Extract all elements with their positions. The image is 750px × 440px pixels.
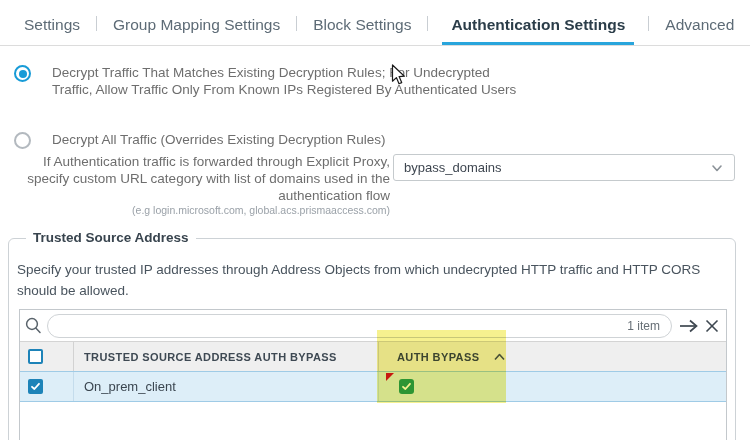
trusted-source-address-group: Trusted Source Address Specify your trus…	[8, 238, 736, 440]
clear-filter-close-icon[interactable]	[703, 317, 721, 335]
column-header-label: AUTH BYPASS	[397, 351, 479, 363]
column-header-label: TRUSTED SOURCE ADDRESS AUTH BYPASS	[84, 351, 337, 363]
tab-separator	[96, 16, 97, 31]
table-toolbar: 1 item	[20, 310, 726, 341]
search-field[interactable]: 1 item	[47, 314, 672, 338]
radio-selected-icon[interactable]	[14, 65, 31, 82]
select-all-checkbox[interactable]	[28, 349, 43, 364]
tab-authentication-settings[interactable]: Authentication Settings	[442, 4, 634, 45]
row-checkbox-cell	[20, 372, 74, 401]
item-count-badge: 1 item	[627, 319, 671, 333]
table-header-row: TRUSTED SOURCE ADDRESS AUTH BYPASS AUTH …	[20, 341, 726, 372]
chevron-down-icon[interactable]	[710, 161, 724, 175]
trusted-source-name: On_prem_client	[84, 379, 176, 394]
column-header-auth-bypass[interactable]: AUTH BYPASS	[379, 342, 726, 371]
settings-tab-bar: Settings Group Mapping Settings Block Se…	[0, 0, 750, 46]
table-row[interactable]: On_prem_client	[20, 372, 726, 402]
sort-ascending-icon[interactable]	[493, 352, 506, 362]
tab-advanced[interactable]: Advanced	[663, 4, 736, 45]
tab-separator	[296, 16, 297, 31]
search-icon	[24, 316, 43, 335]
url-category-dropdown-value: bypass_domains	[404, 160, 710, 175]
trusted-source-table: 1 item TRUSTED SOURCE ADDRESS AUTH BYPAS…	[19, 309, 727, 440]
auth-bypass-checkbox[interactable]	[399, 379, 414, 394]
tab-separator	[648, 16, 649, 31]
tab-separator	[427, 16, 428, 31]
trusted-source-address-description: Specify your trusted IP addresses throug…	[17, 259, 723, 301]
proxy-url-category-label: If Authentication traffic is forwarded t…	[0, 153, 390, 204]
mouse-cursor-icon	[391, 64, 406, 90]
row-selected-checkbox[interactable]	[28, 379, 43, 394]
radio-option-label: Decrypt All Traffic (Overrides Existing …	[52, 131, 524, 149]
radio-option-decrypt-all[interactable]: Decrypt All Traffic (Overrides Existing …	[14, 131, 524, 149]
apply-filter-arrow-icon[interactable]	[678, 317, 700, 335]
row-auth-bypass-cell	[379, 372, 726, 401]
tab-group-mapping-settings[interactable]: Group Mapping Settings	[111, 4, 282, 45]
modified-indicator-icon	[386, 373, 394, 381]
tab-settings[interactable]: Settings	[22, 4, 82, 45]
trusted-source-address-legend: Trusted Source Address	[26, 230, 196, 245]
header-checkbox-cell	[20, 342, 74, 371]
radio-option-label: Decrypt Traffic That Matches Existing De…	[52, 64, 524, 98]
search-input[interactable]	[48, 317, 627, 335]
proxy-url-category-example-hint: (e.g login.microsoft.com, global.acs.pri…	[0, 204, 390, 216]
radio-option-decrypt-matching[interactable]: Decrypt Traffic That Matches Existing De…	[14, 64, 524, 98]
radio-unselected-icon[interactable]	[14, 132, 31, 149]
tab-block-settings[interactable]: Block Settings	[311, 4, 413, 45]
column-header-trusted-source[interactable]: TRUSTED SOURCE ADDRESS AUTH BYPASS	[74, 342, 379, 371]
url-category-dropdown[interactable]: bypass_domains	[393, 154, 735, 181]
row-name-cell[interactable]: On_prem_client	[74, 372, 379, 401]
